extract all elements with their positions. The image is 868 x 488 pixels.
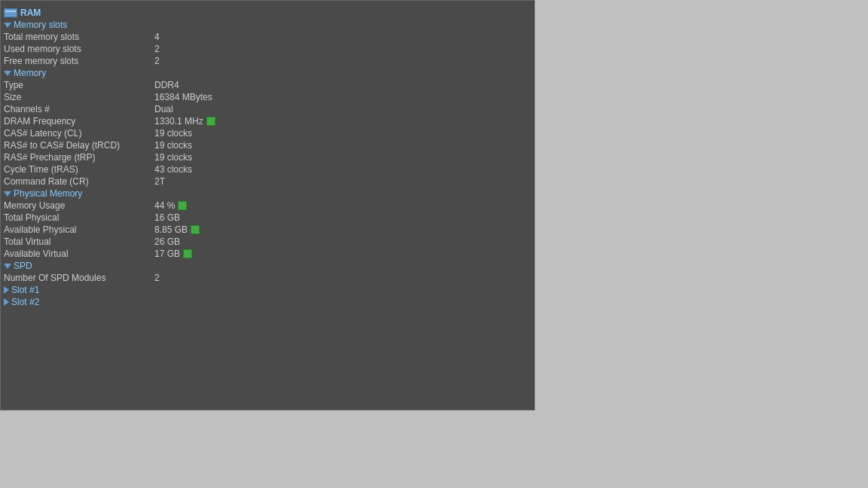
total-physical-name: Total Physical [4, 212, 154, 223]
cycle-time-value: 43 clocks [154, 164, 192, 175]
slot1-row[interactable]: Slot #1 [4, 284, 531, 296]
slot1-arrow[interactable] [4, 286, 9, 294]
type-row: Type DDR4 [4, 79, 531, 91]
type-name: Type [4, 80, 154, 90]
cas-latency-value: 19 clocks [154, 128, 192, 139]
slot2-arrow[interactable] [4, 298, 9, 306]
cycle-time-name: Cycle Time (tRAS) [4, 164, 154, 175]
slot2-row[interactable]: Slot #2 [4, 296, 531, 308]
physical-memory-arrow[interactable] [4, 191, 11, 197]
cas-latency-name: CAS# Latency (CL) [4, 128, 154, 139]
spd-section[interactable]: SPD [4, 260, 531, 272]
main-window: RAM Memory slots Total memory slots 4 Us… [0, 0, 535, 410]
num-modules-value: 2 [154, 273, 160, 283]
num-modules-name: Number Of SPD Modules [4, 273, 154, 283]
ras-precharge-name: RAS# Precharge (tRP) [4, 152, 154, 163]
memory-slots-label: Memory slots [14, 20, 67, 30]
available-virtual-value: 17 GB [154, 249, 180, 259]
used-memory-slots-row: Used memory slots 2 [4, 43, 531, 55]
spd-label: SPD [14, 261, 32, 271]
dram-freq-value: 1330.1 MHz [154, 116, 203, 127]
memory-usage-indicator [178, 201, 187, 210]
memory-usage-row: Memory Usage 44 % [4, 200, 531, 212]
spd-arrow[interactable] [4, 264, 11, 269]
size-row: Size 16384 MBytes [4, 91, 531, 103]
available-virtual-row: Available Virtual 17 GB [4, 248, 531, 260]
memory-section[interactable]: Memory [4, 67, 531, 79]
total-memory-slots-value: 4 [154, 32, 160, 42]
cas-latency-row: CAS# Latency (CL) 19 clocks [4, 127, 531, 139]
ras-to-cas-row: RAS# to CAS# Delay (tRCD) 19 clocks [4, 139, 531, 151]
size-name: Size [4, 92, 154, 102]
command-rate-value: 2T [154, 176, 165, 187]
slot1-label: Slot #1 [11, 285, 39, 295]
ras-precharge-row: RAS# Precharge (tRP) 19 clocks [4, 151, 531, 163]
memory-slots-arrow[interactable] [4, 23, 11, 28]
num-modules-row: Number Of SPD Modules 2 [4, 272, 531, 284]
available-physical-name: Available Physical [4, 224, 154, 235]
free-memory-slots-value: 2 [154, 56, 160, 66]
memory-usage-name: Memory Usage [4, 200, 154, 211]
channels-value: Dual [154, 104, 173, 114]
free-memory-slots-name: Free memory slots [4, 56, 154, 66]
total-virtual-value: 26 GB [154, 236, 180, 247]
ram-icon [4, 8, 17, 17]
dram-freq-name: DRAM Frequency [4, 116, 154, 127]
total-memory-slots-row: Total memory slots 4 [4, 31, 531, 43]
type-value: DDR4 [154, 80, 179, 90]
ram-root: RAM [4, 7, 531, 19]
memory-label: Memory [14, 68, 46, 78]
cycle-time-row: Cycle Time (tRAS) 43 clocks [4, 163, 531, 175]
command-rate-row: Command Rate (CR) 2T [4, 175, 531, 188]
slot2-label: Slot #2 [11, 297, 39, 307]
used-memory-slots-value: 2 [154, 44, 160, 54]
channels-row: Channels # Dual [4, 103, 531, 115]
content-area: RAM Memory slots Total memory slots 4 Us… [1, 1, 534, 410]
memory-arrow[interactable] [4, 71, 11, 76]
total-physical-row: Total Physical 16 GB [4, 212, 531, 224]
available-physical-value: 8.85 GB [154, 224, 188, 235]
available-physical-indicator [191, 225, 200, 234]
ram-label: RAM [20, 8, 41, 18]
free-memory-slots-row: Free memory slots 2 [4, 55, 531, 67]
available-physical-row: Available Physical 8.85 GB [4, 224, 531, 236]
used-memory-slots-name: Used memory slots [4, 44, 154, 54]
dram-freq-indicator [206, 117, 215, 126]
memory-slots-section[interactable]: Memory slots [4, 19, 531, 31]
physical-memory-label: Physical Memory [14, 188, 82, 199]
ras-to-cas-value: 19 clocks [154, 140, 192, 151]
total-virtual-row: Total Virtual 26 GB [4, 236, 531, 248]
physical-memory-section[interactable]: Physical Memory [4, 188, 531, 200]
ras-precharge-value: 19 clocks [154, 152, 192, 163]
channels-name: Channels # [4, 104, 154, 114]
command-rate-name: Command Rate (CR) [4, 176, 154, 187]
available-virtual-name: Available Virtual [4, 249, 154, 259]
available-virtual-indicator [183, 249, 192, 258]
dram-freq-row: DRAM Frequency 1330.1 MHz [4, 115, 531, 127]
ras-to-cas-name: RAS# to CAS# Delay (tRCD) [4, 140, 154, 151]
total-memory-slots-name: Total memory slots [4, 32, 154, 42]
total-physical-value: 16 GB [154, 212, 180, 223]
total-virtual-name: Total Virtual [4, 236, 154, 247]
size-value: 16384 MBytes [154, 92, 212, 102]
memory-usage-value: 44 % [154, 200, 175, 211]
